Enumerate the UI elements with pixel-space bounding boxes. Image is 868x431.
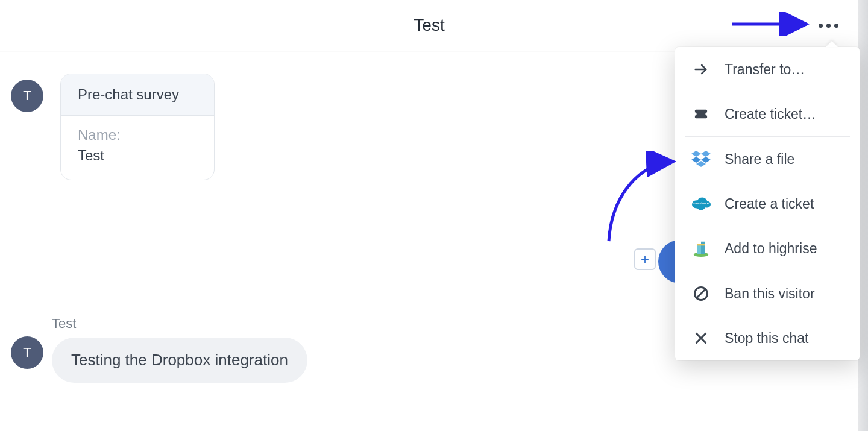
- menu-item-transfer[interactable]: Transfer to…: [675, 47, 860, 92]
- svg-marker-6: [691, 157, 701, 163]
- svg-point-3: [705, 112, 709, 116]
- highrise-icon: [691, 238, 711, 259]
- add-button[interactable]: +: [634, 248, 656, 270]
- menu-item-label: Ban this visitor: [725, 286, 815, 302]
- card-heading: Pre-chat survey: [61, 74, 214, 116]
- svg-rect-17: [697, 244, 705, 246]
- chat-title: Test: [414, 16, 444, 35]
- salesforce-icon: salesforce: [691, 193, 711, 214]
- more-options-menu: Transfer to… Create ticket… Share a file: [675, 47, 860, 360]
- menu-item-add-highrise[interactable]: Add to highrise: [675, 226, 860, 271]
- svg-point-2: [693, 112, 697, 116]
- dots-icon: [819, 24, 823, 28]
- message-bubble: Testing the Dropbox integration: [52, 338, 307, 383]
- svg-rect-16: [701, 242, 705, 254]
- menu-item-label: Create a ticket: [725, 196, 814, 212]
- svg-marker-4: [691, 151, 701, 157]
- plus-icon: +: [641, 252, 649, 266]
- ban-icon: [691, 283, 711, 304]
- svg-text:salesforce: salesforce: [693, 201, 709, 205]
- message-sender: Test: [52, 316, 76, 332]
- prechat-survey-card: Pre-chat survey Name: Test: [60, 74, 215, 180]
- avatar: T: [11, 80, 43, 112]
- message-text: Testing the Dropbox integration: [71, 351, 288, 369]
- avatar-initial: T: [23, 345, 31, 360]
- menu-item-create-ticket[interactable]: Create ticket…: [675, 92, 860, 136]
- menu-item-ban-visitor[interactable]: Ban this visitor: [675, 271, 860, 316]
- svg-rect-1: [695, 110, 707, 119]
- svg-line-19: [697, 289, 705, 298]
- chat-header: Test: [0, 0, 858, 51]
- menu-item-stop-chat[interactable]: Stop this chat: [675, 316, 860, 360]
- avatar-initial: T: [23, 88, 31, 104]
- menu-item-label: Stop this chat: [725, 330, 808, 347]
- window-scrollbar[interactable]: [858, 0, 868, 431]
- survey-name-value: Test: [78, 147, 197, 164]
- avatar: T: [11, 336, 43, 369]
- close-icon: [691, 328, 711, 348]
- survey-name-label: Name:: [78, 127, 197, 143]
- menu-item-share-file[interactable]: Share a file: [675, 137, 860, 181]
- menu-item-salesforce-ticket[interactable]: salesforce Create a ticket: [675, 181, 860, 226]
- dots-icon: [834, 24, 838, 28]
- menu-item-label: Transfer to…: [725, 61, 805, 78]
- arrow-right-icon: [691, 59, 711, 80]
- menu-item-label: Share a file: [725, 151, 794, 168]
- dropbox-icon: [691, 149, 711, 169]
- svg-marker-8: [696, 161, 706, 167]
- menu-item-label: Create ticket…: [725, 106, 816, 122]
- dots-icon: [826, 24, 831, 28]
- svg-marker-5: [701, 151, 711, 157]
- menu-item-label: Add to highrise: [725, 241, 817, 257]
- ticket-icon: [691, 104, 711, 124]
- svg-marker-7: [701, 157, 711, 163]
